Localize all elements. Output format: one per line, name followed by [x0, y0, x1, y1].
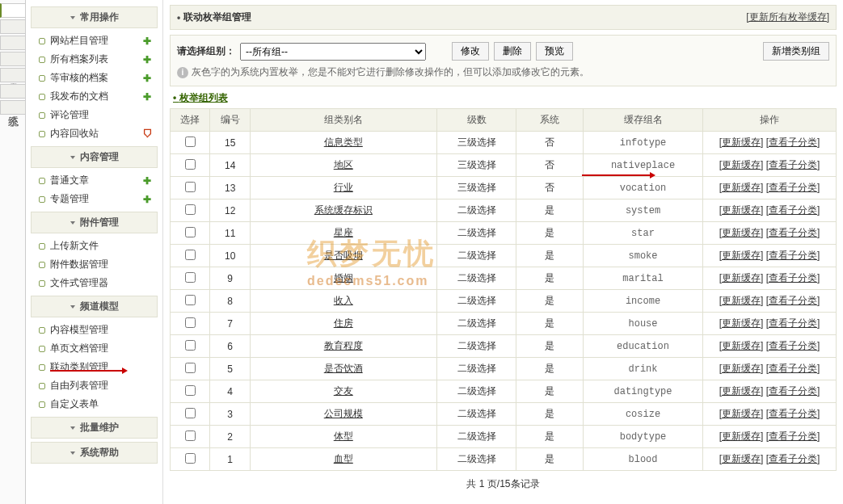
view-children-link[interactable]: [查看子分类] [766, 159, 820, 170]
sidebar-item-3-3[interactable]: 自由列表管理 [31, 376, 158, 395]
row-alias-link[interactable]: 收入 [334, 295, 353, 306]
sidebar-item-0-4[interactable]: 评论管理 [31, 106, 158, 124]
left-tab-3[interactable]: 采集 [0, 52, 25, 66]
left-tab-0[interactable]: 核心 [0, 3, 25, 18]
sidebar-group-1[interactable]: 内容管理 [31, 146, 158, 168]
left-tab-6[interactable]: 系统 [0, 100, 25, 115]
row-checkbox[interactable] [185, 159, 196, 170]
row-checkbox[interactable] [185, 408, 196, 418]
row-checkbox[interactable] [185, 136, 196, 147]
row-checkbox[interactable] [185, 272, 196, 283]
row-alias-link[interactable]: 婚姻 [334, 272, 353, 284]
update-cache-link[interactable]: [更新缓存] [719, 363, 764, 374]
row-checkbox[interactable] [185, 204, 196, 215]
sidebar-group-3[interactable]: 频道模型 [31, 296, 158, 317]
view-children-link[interactable]: [查看子分类] [766, 250, 820, 261]
update-cache-link[interactable]: [更新缓存] [719, 453, 764, 464]
sidebar-item-2-0[interactable]: 上传新文件 [31, 237, 158, 255]
view-children-link[interactable]: [查看子分类] [766, 227, 820, 238]
left-tab-2[interactable]: 生成 [0, 36, 25, 50]
update-cache-link[interactable]: [更新缓存] [719, 317, 764, 329]
view-children-link[interactable]: [查看子分类] [766, 363, 820, 374]
update-cache-link[interactable]: [更新缓存] [719, 430, 764, 442]
row-alias-link[interactable]: 体型 [334, 430, 353, 442]
sidebar-item-3-4[interactable]: 自定义表单 [31, 395, 158, 414]
plus-icon: ✚ [143, 54, 154, 65]
sidebar-group-4[interactable]: 批量维护 [31, 417, 158, 439]
row-alias-link[interactable]: 系统缓存标识 [314, 204, 373, 216]
row-alias-link[interactable]: 住房 [334, 317, 353, 329]
row-checkbox[interactable] [185, 317, 196, 328]
add-group-button[interactable]: 新增类别组 [763, 42, 829, 61]
preview-button[interactable]: 预览 [536, 42, 573, 61]
row-checkbox[interactable] [185, 453, 196, 464]
row-checkbox[interactable] [185, 430, 196, 441]
view-children-link[interactable]: [查看子分类] [766, 453, 820, 464]
view-children-link[interactable]: [查看子分类] [766, 295, 820, 306]
sidebar-item-0-2[interactable]: 等审核的档案✚ [31, 69, 158, 87]
group-select[interactable]: --所有组-- [240, 43, 426, 61]
sidebar-item-2-2[interactable]: 文件式管理器 [31, 274, 158, 292]
view-children-link[interactable]: [查看子分类] [766, 136, 820, 148]
update-cache-link[interactable]: [更新缓存] [719, 204, 764, 216]
row-alias-link[interactable]: 是否吸烟 [324, 250, 363, 261]
row-id: 2 [210, 426, 250, 448]
sidebar-group-5[interactable]: 系统帮助 [31, 442, 158, 464]
row-alias-link[interactable]: 行业 [334, 182, 353, 193]
update-all-cache-link[interactable]: [更新所有枚举缓存] [746, 10, 829, 24]
sidebar-item-3-2[interactable]: 联动类别管理 [31, 358, 158, 376]
row-checkbox[interactable] [185, 250, 196, 260]
update-cache-link[interactable]: [更新缓存] [719, 250, 764, 261]
sidebar-item-0-1[interactable]: 所有档案列表✚ [31, 50, 158, 69]
view-children-link[interactable]: [查看子分类] [766, 317, 820, 329]
sidebar-item-3-0[interactable]: 内容模型管理 [31, 321, 158, 339]
sidebar-item-2-1[interactable]: 附件数据管理 [31, 255, 158, 274]
left-tab-1[interactable]: 模块 [0, 19, 25, 34]
row-checkbox[interactable] [185, 295, 196, 305]
view-children-link[interactable]: [查看子分类] [766, 204, 820, 216]
view-children-link[interactable]: [查看子分类] [766, 272, 820, 284]
sidebar-item-1-0[interactable]: 普通文章✚ [31, 171, 158, 190]
update-cache-link[interactable]: [更新缓存] [719, 408, 764, 419]
sidebar-item-0-3[interactable]: 我发布的文档✚ [31, 87, 158, 106]
update-cache-link[interactable]: [更新缓存] [719, 340, 764, 351]
row-alias-link[interactable]: 教育程度 [324, 340, 363, 351]
update-cache-link[interactable]: [更新缓存] [719, 385, 764, 397]
left-tab-5[interactable]: 模板 [0, 84, 25, 99]
sidebar-group-2[interactable]: 附件管理 [31, 212, 158, 233]
row-alias-link[interactable]: 地区 [334, 159, 353, 170]
row-alias-link[interactable]: 是否饮酒 [324, 363, 363, 374]
update-cache-link[interactable]: [更新缓存] [719, 295, 764, 306]
row-cache: income [583, 290, 702, 313]
row-alias-link[interactable]: 交友 [334, 385, 353, 397]
view-children-link[interactable]: [查看子分类] [766, 430, 820, 442]
row-checkbox[interactable] [185, 340, 196, 351]
row-checkbox[interactable] [185, 363, 196, 373]
left-tab-4[interactable]: 会员 [0, 68, 25, 82]
row-checkbox[interactable] [185, 182, 196, 192]
sidebar-item-0-0[interactable]: 网站栏目管理✚ [31, 32, 158, 50]
row-checkbox[interactable] [185, 385, 196, 396]
update-cache-link[interactable]: [更新缓存] [719, 182, 764, 193]
view-children-link[interactable]: [查看子分类] [766, 182, 820, 193]
row-alias-link[interactable]: 信息类型 [324, 136, 363, 148]
delete-button[interactable]: 删除 [494, 42, 531, 61]
view-children-link[interactable]: [查看子分类] [766, 340, 820, 351]
row-alias-link[interactable]: 公司规模 [324, 408, 363, 419]
update-cache-link[interactable]: [更新缓存] [719, 136, 764, 148]
view-children-link[interactable]: [查看子分类] [766, 408, 820, 419]
sidebar-item-0-5[interactable]: 内容回收站⛉ [31, 124, 158, 143]
update-cache-link[interactable]: [更新缓存] [719, 272, 764, 284]
row-checkbox[interactable] [185, 227, 196, 237]
view-children-link[interactable]: [查看子分类] [766, 385, 820, 397]
table-row: 14地区三级选择否nativeplace[更新缓存] [查看子分类] [171, 154, 837, 177]
row-level: 二级选择 [436, 245, 516, 267]
update-cache-link[interactable]: [更新缓存] [719, 159, 764, 170]
sidebar-item-3-1[interactable]: 单页文档管理 [31, 339, 158, 358]
row-alias-link[interactable]: 血型 [334, 453, 353, 464]
edit-button[interactable]: 修改 [452, 42, 489, 61]
update-cache-link[interactable]: [更新缓存] [719, 227, 764, 238]
sidebar-item-1-1[interactable]: 专题管理✚ [31, 190, 158, 208]
row-alias-link[interactable]: 星座 [334, 227, 353, 238]
sidebar-group-0[interactable]: 常用操作 [31, 6, 158, 28]
